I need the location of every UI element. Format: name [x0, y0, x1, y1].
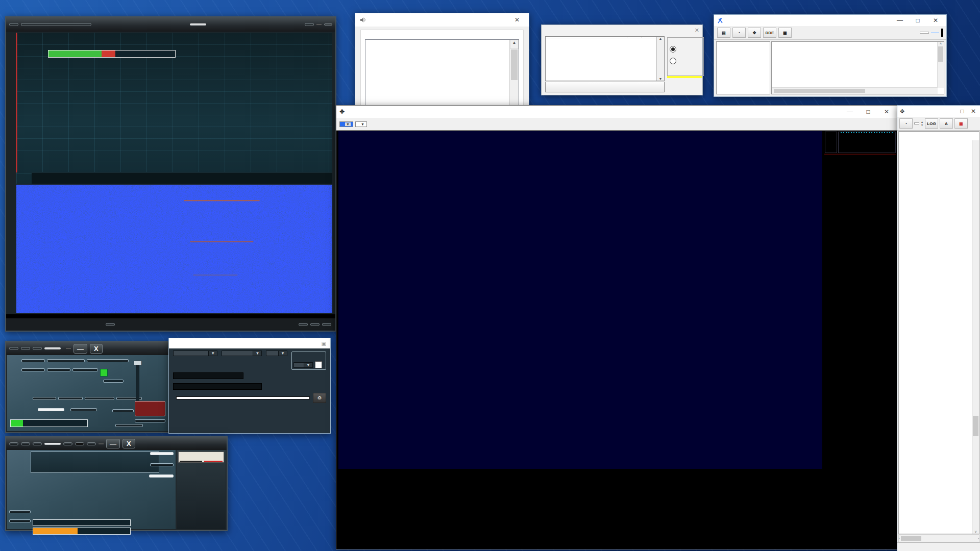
tctr-button[interactable]: [87, 442, 96, 445]
antb-button[interactable]: [38, 408, 64, 411]
rdsw-button[interactable]: [21, 442, 30, 445]
scrollbar[interactable]: ▲▼: [656, 37, 664, 81]
sound-setting-button[interactable]: [545, 82, 665, 92]
maximize-icon[interactable]: □: [861, 108, 876, 115]
sp1-button[interactable]: [21, 368, 45, 371]
clock-icon[interactable]: ◔: [732, 28, 746, 38]
iqout-button[interactable]: [150, 463, 174, 466]
rsyn1-button[interactable]: [63, 442, 72, 445]
notches-button[interactable]: [85, 397, 114, 400]
zoom-select[interactable]: ▼: [339, 121, 353, 127]
sp2-button[interactable]: [47, 368, 70, 371]
font-icon[interactable]: A: [940, 118, 953, 129]
maximize-icon[interactable]: □: [910, 17, 925, 24]
minimize-icon[interactable]: —: [842, 108, 857, 115]
vfo-button[interactable]: [106, 323, 115, 326]
mute-button[interactable]: [9, 510, 31, 513]
wave-titlebar[interactable]: ✕: [542, 25, 702, 35]
close-icon[interactable]: X: [90, 344, 103, 354]
fft-avg-select[interactable]: ▼: [266, 350, 287, 356]
wf-palette-select[interactable]: ▼: [222, 350, 262, 356]
peak-button[interactable]: [150, 452, 174, 455]
refresh-slider[interactable]: [173, 372, 243, 379]
scrollbar[interactable]: ▲: [509, 40, 519, 106]
tune-cursor[interactable]: [16, 33, 17, 172]
squelch-slider[interactable]: [33, 519, 131, 526]
sp-settings-button[interactable]: [9, 23, 18, 26]
dde-button[interactable]: [920, 32, 929, 34]
mute-icon[interactable]: [368, 119, 380, 129]
rec-panel-button[interactable]: [87, 359, 129, 362]
stop-button[interactable]: [135, 401, 165, 416]
kghfdl-titlebar[interactable]: ✥ — □ ✕: [336, 106, 897, 118]
h-scrollbar[interactable]: [772, 87, 938, 94]
close-icon[interactable]: [324, 23, 332, 26]
timer-icon[interactable]: ◔: [899, 118, 913, 129]
close-icon[interactable]: ✕: [695, 27, 699, 34]
filter-select[interactable]: ▼: [355, 121, 367, 127]
biast-button[interactable]: [70, 408, 97, 411]
altitude-profile[interactable]: [338, 471, 822, 545]
maximize-icon[interactable]: □: [958, 108, 967, 115]
radio-24khz[interactable]: [670, 58, 676, 64]
ma-button[interactable]: [21, 347, 30, 350]
minimize-icon[interactable]: —: [74, 344, 87, 354]
mem-pan-button[interactable]: [135, 419, 165, 422]
close-icon[interactable]: ✕: [879, 108, 894, 115]
close-icon[interactable]: ✕: [969, 108, 978, 115]
interval-spinner[interactable]: [914, 122, 919, 124]
resize-corner-icon[interactable]: [322, 323, 331, 326]
minimize-icon[interactable]: —: [892, 17, 908, 24]
close-icon[interactable]: ✕: [928, 17, 943, 24]
window-icon[interactable]: ▦: [778, 28, 792, 38]
message-pane[interactable]: ˄: [771, 41, 944, 94]
scrollbar[interactable]: ˄: [937, 42, 944, 88]
pin-icon[interactable]: ✥: [748, 28, 761, 38]
spinner-arrows[interactable]: ▲▼: [921, 120, 923, 127]
csv-browse-button[interactable]: ⎙: [313, 393, 326, 403]
tmi-select[interactable]: ▼: [293, 362, 313, 368]
opt-button[interactable]: [21, 359, 45, 362]
radio-12khz[interactable]: [670, 46, 676, 53]
sound-titlebar[interactable]: ✕: [355, 13, 529, 27]
mctr-button[interactable]: [75, 442, 84, 445]
contacts-titlebar[interactable]: ✥ □ ✕: [897, 106, 980, 117]
close-icon[interactable]: ✕: [509, 16, 525, 23]
hiz-button[interactable]: [33, 397, 56, 400]
info-button[interactable]: [310, 323, 320, 326]
waterfall-display[interactable]: [16, 185, 332, 313]
log-icon[interactable]: LOG: [925, 118, 938, 129]
sqlc-button[interactable]: [9, 519, 31, 522]
sp-titlebar[interactable]: [6, 17, 335, 32]
decimation-value[interactable]: [103, 380, 124, 383]
minimize-icon[interactable]: —: [106, 439, 120, 448]
rf-gain-knob[interactable]: [134, 361, 142, 365]
digital-button[interactable]: [149, 474, 174, 478]
csv-filename-input[interactable]: [176, 396, 310, 399]
sqlc-thr-button[interactable]: [299, 323, 308, 326]
volume-slider[interactable]: [33, 528, 131, 535]
rx-settings-button[interactable]: [9, 442, 18, 445]
scroll-up-icon[interactable]: ▲: [510, 40, 519, 49]
log-icon[interactable]: ▤: [717, 28, 730, 38]
fft-window-select[interactable]: ▼: [173, 350, 217, 356]
save-ws-button[interactable]: [115, 424, 143, 427]
dde-icon[interactable]: DDE: [763, 28, 776, 38]
scrollbar[interactable]: ˅: [972, 140, 979, 534]
pwr-snr-csv-button[interactable]: [21, 23, 91, 26]
spectrum-display[interactable]: [16, 33, 332, 184]
combo-slider[interactable]: [173, 383, 262, 390]
main-settings-button[interactable]: [9, 347, 18, 350]
colors-icon[interactable]: ▦: [954, 118, 968, 129]
rx-titlebar[interactable]: — X: [6, 437, 227, 450]
step-lock-button[interactable]: [305, 23, 314, 26]
close-icon[interactable]: ▣: [322, 341, 326, 346]
flight-table-header[interactable]: [824, 154, 896, 155]
radar-map[interactable]: [338, 131, 822, 469]
close-icon[interactable]: X: [122, 439, 135, 448]
anta-button[interactable]: [58, 397, 83, 400]
scroll-thumb[interactable]: [511, 49, 518, 80]
h-scrollbar[interactable]: ‹›: [898, 534, 979, 542]
contacts-table[interactable]: ˅: [898, 131, 979, 534]
rx-button[interactable]: [72, 368, 98, 371]
